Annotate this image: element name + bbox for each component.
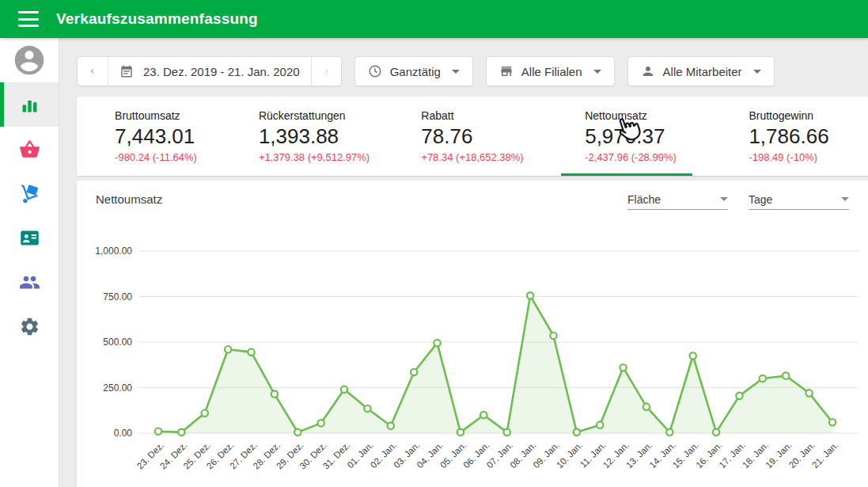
metric-delta: -2,437.96 (-28.99%) — [585, 151, 677, 163]
svg-text:250.00: 250.00 — [103, 382, 132, 394]
chart-title: Nettoumsatz — [96, 192, 162, 206]
metric-delta: +1,379.38 (+9,512.97%) — [259, 151, 370, 163]
clock-icon — [368, 64, 382, 78]
bar-chart-icon — [19, 94, 40, 116]
svg-text:0.00: 0.00 — [114, 428, 133, 439]
svg-text:750.00: 750.00 — [103, 291, 132, 302]
chevron-down-icon — [452, 70, 460, 74]
time-filter-dropdown[interactable]: Ganztätig — [354, 56, 473, 86]
sidebar — [0, 38, 59, 487]
contact-card-icon — [19, 227, 40, 249]
sidebar-item-items[interactable] — [0, 127, 59, 171]
svg-text:500.00: 500.00 — [103, 337, 132, 348]
metric-tab-rabatt[interactable]: Rabatt 78.76 +78.34 (+18,652.38%) — [393, 97, 552, 176]
chart-type-select[interactable]: Fläche — [627, 189, 728, 210]
date-range-picker: 23. Dez. 2019 - 21. Jan. 2020 — [77, 56, 342, 86]
sidebar-item-reports[interactable] — [0, 82, 59, 127]
filter-toolbar: 23. Dez. 2019 - 21. Jan. 2020 Ganztätig … — [77, 56, 775, 86]
chevron-right-icon — [323, 65, 330, 78]
calendar-icon — [119, 64, 134, 78]
chevron-left-icon — [89, 65, 97, 78]
chevron-down-icon — [841, 197, 849, 201]
page: Verkaufszusammenfassung — [0, 0, 868, 487]
chart-type-value: Fläche — [627, 193, 661, 206]
sidebar-item-profile[interactable] — [0, 38, 59, 82]
date-next-button[interactable] — [311, 57, 341, 86]
hamburger-menu-icon[interactable] — [18, 11, 39, 27]
metric-value: 1,393.88 — [259, 125, 370, 149]
chart-interval-select[interactable]: Tage — [749, 189, 849, 210]
employee-filter-dropdown[interactable]: Alle Mitarbeiter — [627, 56, 775, 86]
hand-truck-icon — [19, 183, 40, 204]
metric-label: Rabatt — [421, 109, 523, 122]
chevron-down-icon — [720, 197, 728, 201]
metric-delta: +78.34 (+18,652.38%) — [421, 151, 523, 163]
metric-value: 7,443.01 — [115, 125, 197, 149]
person-icon — [641, 64, 655, 78]
employee-filter-label: Alle Mitarbeiter — [663, 65, 742, 78]
store-icon — [499, 64, 514, 78]
metric-value: 1,786.66 — [749, 125, 828, 149]
net-sales-area-chart[interactable]: 0.00250.00500.00750.001,000.0023. Dez.24… — [77, 230, 868, 487]
sidebar-item-customers[interactable] — [0, 215, 59, 260]
chart-interval-value: Tage — [749, 193, 772, 206]
metric-tab-bruttoumsatz[interactable]: Bruttoumsatz 7,443.01 -980.24 (-11.64%) — [77, 97, 235, 176]
metric-label: Nettoumsatz — [585, 109, 677, 122]
store-filter-dropdown[interactable]: Alle Filialen — [486, 56, 615, 86]
shopping-basket-icon — [19, 139, 40, 160]
page-title: Verkaufszusammenfassung — [56, 10, 258, 28]
svg-text:10. Jan.: 10. Jan. — [555, 440, 584, 470]
svg-text:1,000.00: 1,000.00 — [95, 245, 132, 257]
metric-label: Rückerstattungen — [259, 109, 370, 122]
store-filter-label: Alle Filialen — [521, 65, 582, 78]
chart-card: Nettoumsatz Fläche Tage 0.00250.00500.00… — [77, 181, 868, 487]
account-circle-icon — [12, 43, 47, 78]
svg-text:21. Jan.: 21. Jan. — [810, 440, 840, 470]
metric-tab-bruttogewinn[interactable]: Bruttogewinn 1,786.66 -198.49 (-10%) — [710, 97, 868, 176]
metrics-summary-card: Bruttoumsatz 7,443.01 -980.24 (-11.64%) … — [77, 97, 868, 176]
gear-icon — [19, 316, 40, 337]
date-range-button[interactable]: 23. Dez. 2019 - 21. Jan. 2020 — [108, 57, 311, 86]
metric-tab-rueckerstattungen[interactable]: Rückerstattungen 1,393.88 +1,379.38 (+9,… — [235, 97, 393, 176]
chevron-down-icon — [753, 70, 761, 74]
metric-delta: -198.49 (-10%) — [749, 151, 828, 163]
time-filter-label: Ganztätig — [390, 65, 441, 78]
metric-value: 78.76 — [421, 125, 523, 149]
metric-label: Bruttoumsatz — [115, 109, 197, 122]
date-range-label: 23. Dez. 2019 - 21. Jan. 2020 — [143, 65, 300, 78]
metric-value: 5,970.37 — [585, 125, 677, 149]
date-prev-button[interactable] — [78, 57, 108, 86]
app-header: Verkaufszusammenfassung — [0, 0, 868, 38]
chevron-down-icon — [593, 70, 601, 74]
people-icon — [19, 272, 40, 293]
sidebar-item-employees[interactable] — [0, 260, 59, 304]
metric-label: Bruttogewinn — [749, 109, 828, 122]
sidebar-item-settings[interactable] — [0, 304, 59, 348]
metric-delta: -980.24 (-11.64%) — [115, 151, 197, 163]
sidebar-item-inventory[interactable] — [0, 171, 59, 215]
metric-tab-nettoumsatz[interactable]: Nettoumsatz 5,970.37 -2,437.96 (-28.99%) — [552, 97, 710, 176]
